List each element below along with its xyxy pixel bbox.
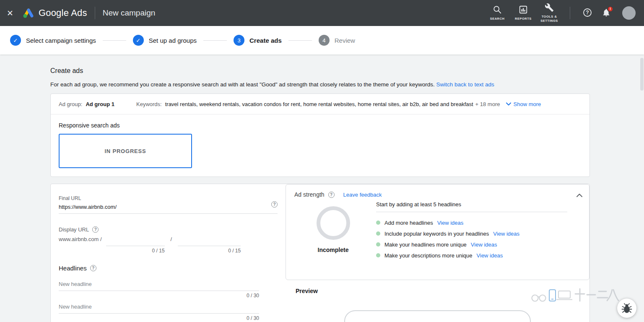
preview-title: Preview: [296, 288, 589, 294]
section-description: For each ad group, we recommend you crea…: [50, 81, 644, 88]
final-url-label: Final URL: [59, 195, 278, 201]
ad-preview-placeholder: [344, 310, 531, 322]
headlines-label: Headlines: [59, 265, 87, 272]
step-create-ads[interactable]: 3 Create ads: [234, 35, 282, 46]
suggestion-dot-icon: [376, 231, 380, 236]
bug-icon: [621, 303, 632, 314]
topbar-right: SEARCH REPORTS: [484, 3, 636, 23]
step-connector: [288, 40, 312, 41]
help-icon: ?: [582, 13, 592, 19]
step-set-up-ad-groups[interactable]: ✓ Set up ad groups: [133, 35, 197, 46]
final-url-input[interactable]: [59, 201, 278, 214]
display-url-label: Display URL: [59, 226, 89, 233]
path1-field-group: 0 / 15: [106, 234, 165, 254]
scrollbar-thumb[interactable]: [640, 58, 644, 91]
headline-2-counter: 0 / 30: [59, 315, 259, 321]
reports-nav-button[interactable]: REPORTS: [510, 5, 536, 21]
tools-settings-nav-button[interactable]: TOOLS & SETTINGS: [536, 3, 562, 23]
headline-field-group: 0 / 30: [59, 301, 259, 321]
search-nav-button[interactable]: SEARCH: [484, 5, 510, 21]
keywords-text: travel rentals, weekend rentals, vacatio…: [165, 101, 473, 107]
suggestion-row: Make your headlines more unique View ide…: [376, 239, 567, 250]
suggestions-divider: [376, 212, 567, 212]
close-button[interactable]: ✕: [7, 9, 13, 17]
display-url-row: www.airbnb.com / 0 / 15 / 0 / 15: [59, 234, 278, 254]
display-url-base: www.airbnb.com /: [59, 234, 102, 245]
view-ideas-link[interactable]: View ideas: [437, 220, 464, 226]
ad-strength-column: Ad strength ? Leave feedback Incomplete: [286, 184, 589, 322]
headlines-section: Headlines ? 0 / 30 0 / 30: [59, 265, 278, 322]
suggestion-text: Make your headlines more unique: [384, 242, 467, 248]
headline-1-input[interactable]: [59, 278, 259, 291]
view-ideas-link[interactable]: View ideas: [493, 231, 519, 237]
ad-group-name: Ad group 1: [86, 101, 114, 107]
headline-1-counter: 0 / 30: [59, 293, 259, 299]
display-url-header: Display URL ?: [59, 226, 278, 233]
strength-status: Incomplete: [318, 247, 349, 253]
path2-counter: 0 / 15: [178, 248, 241, 254]
view-ideas-link[interactable]: View ideas: [477, 252, 503, 259]
brand-name: Google Ads: [39, 8, 87, 18]
account-avatar[interactable]: [622, 6, 636, 20]
display-url-help-icon[interactable]: ?: [92, 226, 99, 233]
suggestion-text: Include popular keywords in your headlin…: [384, 231, 489, 237]
search-icon: [493, 5, 502, 16]
suggestion-row: Add more headlines View ideas: [376, 217, 567, 228]
headline-2-input[interactable]: [59, 301, 259, 314]
display-url-field-group: Display URL ? www.airbnb.com / 0 / 15 / …: [59, 226, 278, 254]
reports-nav-label: REPORTS: [515, 17, 532, 21]
rsa-label: Responsive search ads: [59, 122, 582, 129]
collapse-panel-button[interactable]: [576, 192, 582, 198]
reports-icon: [519, 5, 528, 16]
section-title: Create ads: [50, 67, 644, 75]
strength-hint: Start by adding at least 5 headlines: [376, 201, 567, 208]
ad-strength-title: Ad strength: [294, 191, 325, 198]
ad-strength-card: Ad strength ? Leave feedback Incomplete: [286, 184, 589, 280]
headlines-help-icon[interactable]: ?: [90, 265, 96, 271]
ad-strength-help-icon[interactable]: ?: [328, 192, 335, 198]
path1-input[interactable]: [106, 234, 165, 246]
notifications-button[interactable]: !: [602, 8, 611, 18]
page-title: New campaign: [103, 8, 156, 18]
bell-icon: [602, 12, 611, 18]
path2-input[interactable]: [178, 234, 241, 246]
tools-settings-nav-label: TOOLS & SETTINGS: [538, 15, 560, 23]
final-url-help-icon[interactable]: ?: [271, 201, 278, 208]
step-select-campaign-settings[interactable]: ✓ Select campaign settings: [10, 35, 96, 46]
bug-report-button[interactable]: [617, 299, 636, 318]
step-review[interactable]: 4 Review: [319, 35, 355, 46]
google-ads-logo-icon: [22, 8, 34, 18]
help-button[interactable]: ?: [582, 8, 592, 19]
ad-strength-header: Ad strength ? Leave feedback: [294, 191, 581, 198]
ad-form-column: Final URL ? Display URL ? www.airbnb.com…: [51, 184, 286, 322]
ad-group-bar: Ad group: Ad group 1 Keywords: travel re…: [51, 94, 589, 114]
step-check-icon: ✓: [133, 35, 144, 46]
preview-section: Preview: [286, 280, 589, 322]
ad-in-progress-card[interactable]: IN PROGRESS: [59, 134, 192, 168]
view-ideas-link[interactable]: View ideas: [471, 242, 497, 248]
suggestion-text: Make your descriptions more unique: [384, 252, 473, 259]
step-connector: [203, 40, 227, 41]
ad-editor-card: Final URL ? Display URL ? www.airbnb.com…: [50, 184, 590, 322]
search-nav-label: SEARCH: [490, 17, 505, 21]
show-more-button[interactable]: Show more: [506, 101, 541, 107]
step-label: Create ads: [249, 37, 282, 44]
suggestion-dot-icon: [376, 221, 380, 225]
switch-to-text-ads-link[interactable]: Switch back to text ads: [436, 81, 494, 88]
topbar-left: ✕ Google Ads New campaign: [7, 7, 155, 19]
headline-field-group: 0 / 30: [59, 278, 259, 299]
headlines-header: Headlines ?: [59, 265, 278, 272]
topbar-right-divider: [570, 7, 570, 19]
campaign-stepper: ✓ Select campaign settings ✓ Set up ad g…: [0, 26, 644, 55]
suggestion-dot-icon: [376, 242, 380, 247]
header-divider: [95, 7, 95, 19]
step-connector: [103, 40, 126, 41]
suggestion-row: Include popular keywords in your headlin…: [376, 228, 567, 239]
leave-feedback-link[interactable]: Leave feedback: [343, 192, 382, 198]
wrench-icon: [545, 3, 554, 13]
description-text: For each ad group, we recommend you crea…: [50, 81, 435, 88]
keywords-more-count: + 18 more: [475, 101, 500, 107]
step-check-icon: ✓: [10, 35, 21, 46]
suggestion-text: Add more headlines: [384, 220, 433, 226]
svg-text:?: ?: [586, 10, 589, 16]
